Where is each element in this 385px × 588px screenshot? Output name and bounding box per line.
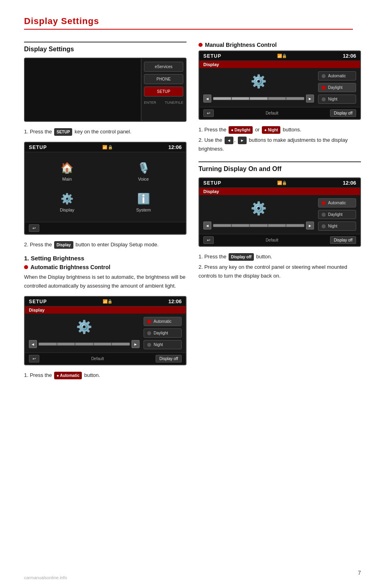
- setup-button-device[interactable]: SETUP: [144, 87, 183, 97]
- manual-bullet-dot: [199, 43, 203, 47]
- turning-display-sub: Display: [199, 188, 360, 195]
- automatic-label: Automatic: [154, 319, 171, 324]
- tseg4: [268, 224, 286, 227]
- phone-button[interactable]: PHONE: [144, 74, 183, 84]
- turning-slider-row: ◄ ►: [203, 222, 314, 230]
- night-badge: ● Night: [262, 126, 280, 134]
- manual-display-content: ⚙️ ◄ ►: [199, 68, 360, 107]
- turning-footer: ↩ Default Display off: [199, 234, 360, 246]
- left-arrow-badge: ◄: [225, 137, 233, 144]
- auto-bullet-dot: [24, 265, 28, 269]
- tseg2: [232, 224, 249, 227]
- manual-off-btn[interactable]: Display off: [330, 109, 356, 117]
- device-screen-area: [25, 58, 142, 121]
- slider-right-auto[interactable]: ►: [132, 340, 140, 348]
- turning-off-btn[interactable]: Display off: [330, 236, 356, 244]
- manual-brightness-bullet: Manual Brightness Control: [199, 42, 361, 48]
- mseg4: [268, 97, 286, 100]
- night-btn-manual[interactable]: Night: [318, 95, 356, 104]
- slider-left-turning[interactable]: ◄: [203, 222, 211, 230]
- step1-text: 1. Press the SETUP key on the control pa…: [24, 127, 186, 136]
- main-label: Main: [62, 177, 72, 181]
- slider-left-auto[interactable]: ◄: [29, 340, 37, 348]
- auto-dot-turning: [322, 201, 326, 205]
- automatic-label-t: Automatic: [328, 201, 346, 205]
- turning-status-icons: 📶🔒: [277, 181, 287, 185]
- nav-back-btn[interactable]: ↩: [29, 224, 39, 232]
- turning-time: 12:06: [343, 180, 356, 186]
- turning-display-content: ⚙️ ◄ ►: [199, 195, 360, 234]
- auto-brightness-label: Automatic Brightness Control: [30, 264, 110, 270]
- turning-screen: SETUP 📶🔒 12:06 Display ⚙️ ◄: [199, 177, 361, 247]
- device-buttons-panel: eServices PHONE SETUP ENTER TUNE/FILE: [142, 58, 186, 121]
- left-column: Display Settings eServices PHONE SETUP E…: [24, 42, 186, 387]
- display-label: Display: [60, 207, 74, 212]
- automatic-btn-manual[interactable]: Automatic: [318, 71, 356, 81]
- manual-brightness-label: Manual Brightness Control: [205, 42, 277, 48]
- automatic-btn-auto[interactable]: Automatic: [144, 317, 182, 326]
- page-title: Display Settings: [24, 16, 353, 30]
- daylight-btn-turning[interactable]: Daylight: [318, 210, 356, 219]
- nav-main[interactable]: 🏠 Main: [29, 156, 105, 187]
- night-dot-turning: [322, 224, 326, 228]
- seg4: [94, 343, 111, 345]
- auto-slider-track: [38, 342, 130, 346]
- auto-setup-label: SETUP: [29, 299, 47, 304]
- nav-system[interactable]: ℹ️ System: [105, 187, 182, 218]
- mseg2: [232, 97, 249, 100]
- eservices-button[interactable]: eServices: [144, 62, 183, 72]
- auto-off-btn[interactable]: Display off: [156, 355, 182, 362]
- auto-default-btn[interactable]: Default: [91, 356, 104, 361]
- manual-display-sub: Display: [199, 61, 360, 68]
- turning-back-btn[interactable]: ↩: [203, 236, 214, 244]
- nav-display[interactable]: ⚙️ Display: [29, 187, 105, 218]
- auto-screen-header: SETUP 📶🔒 12:06: [25, 297, 186, 306]
- manual-back-btn[interactable]: ↩: [203, 109, 214, 117]
- seg2: [57, 343, 75, 345]
- seg1: [39, 343, 57, 345]
- manual-setup-label: SETUP: [203, 53, 221, 59]
- manual-default-btn[interactable]: Default: [265, 111, 278, 115]
- daylight-btn-manual[interactable]: Daylight: [318, 83, 356, 92]
- manual-status-icons: 📶🔒: [277, 54, 287, 58]
- turning-setup-label: SETUP: [203, 180, 221, 186]
- nav-voice[interactable]: 🎙️ Voice: [105, 156, 182, 187]
- nav-footer: ↩: [25, 222, 186, 234]
- gear-icon-turning: ⚙️: [203, 198, 314, 218]
- slider-left-manual[interactable]: ◄: [203, 95, 211, 103]
- step2-text: 2. Press the Display button to enter Dis…: [24, 240, 186, 249]
- page-number: 7: [358, 570, 361, 576]
- display-badge: Display: [54, 241, 73, 249]
- auto-brightness-bullet: Automatic Brightness Control: [24, 264, 186, 270]
- daylight-label-t: Daylight: [328, 212, 342, 217]
- daylight-dot: [147, 331, 151, 335]
- turning-default-btn[interactable]: Default: [265, 238, 278, 242]
- mseg3: [250, 97, 267, 100]
- auto-description: When the Display brightness is set to au…: [24, 273, 186, 290]
- night-label: Night: [154, 342, 163, 347]
- slider-right-manual[interactable]: ►: [306, 95, 314, 103]
- manual-time: 12:06: [343, 53, 356, 59]
- right-arrow-badge: ►: [238, 137, 247, 144]
- device-photo: eServices PHONE SETUP ENTER TUNE/FILE: [24, 58, 186, 122]
- seg3: [75, 343, 93, 345]
- display-settings-section: Display Settings eServices PHONE SETUP E…: [24, 42, 186, 380]
- tune-label: TUNE/FILE: [165, 101, 183, 105]
- manual-right-panel: Automatic Daylight Night: [318, 71, 356, 104]
- daylight-btn-auto[interactable]: Daylight: [144, 328, 182, 338]
- manual-left-panel: ⚙️ ◄ ►: [203, 71, 314, 103]
- nav-header: SETUP 📶 🔒 12:06: [25, 143, 186, 152]
- auto-screen: SETUP 📶🔒 12:06 Display ⚙️ ◄: [24, 296, 186, 365]
- gear-icon-auto: ⚙️: [29, 317, 140, 337]
- auto-back-btn[interactable]: ↩: [29, 355, 39, 362]
- turning-section: Turning Display On and Off SETUP 📶🔒 12:0…: [199, 161, 361, 280]
- brightness-title: 1. Setting Brightness: [24, 255, 186, 262]
- night-btn-turning[interactable]: Night: [318, 222, 356, 231]
- auto-right-panel: Automatic Daylight Night: [144, 317, 182, 349]
- slider-right-turning[interactable]: ►: [306, 222, 314, 230]
- night-btn-auto[interactable]: Night: [144, 340, 182, 349]
- automatic-btn-turning[interactable]: Automatic: [318, 198, 356, 207]
- main-content: Display Settings eServices PHONE SETUP E…: [0, 34, 385, 403]
- tseg3: [250, 224, 267, 227]
- automatic-dot: [147, 320, 151, 324]
